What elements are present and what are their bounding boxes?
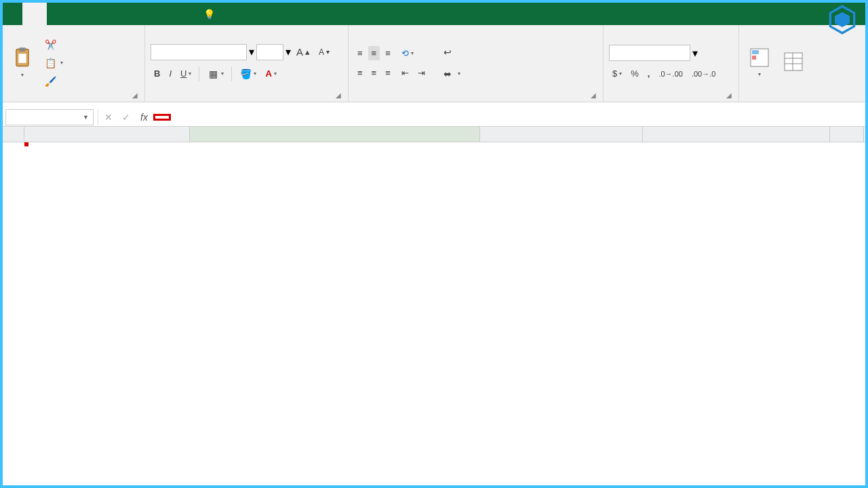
italic-button[interactable]: I	[165, 66, 175, 81]
svg-rect-8	[785, 53, 802, 70]
col-header-b[interactable]	[190, 127, 480, 142]
increase-decimal-button[interactable]: .0→.00	[655, 68, 686, 80]
tab-file[interactable]	[3, 3, 22, 25]
svg-rect-4	[18, 54, 26, 63]
indent-icon: ⇥	[418, 68, 425, 78]
col-header-c[interactable]	[480, 127, 643, 142]
enter-formula-button[interactable]: ✓	[117, 112, 135, 123]
select-all-corner[interactable]	[3, 127, 24, 142]
name-box[interactable]: ▼	[5, 109, 94, 125]
format-table-icon	[783, 52, 804, 72]
cut-button[interactable]: ✂️	[41, 37, 66, 53]
currency-button[interactable]: $▾	[609, 66, 625, 81]
decrease-decimal-button[interactable]: .00→.0	[688, 68, 719, 80]
underline-button[interactable]: U▾	[177, 66, 195, 81]
fx-icon[interactable]: fx	[135, 112, 153, 123]
formula-input[interactable]	[153, 114, 171, 121]
chevron-down-icon[interactable]: ▾	[285, 45, 291, 58]
align-middle-icon: ≡	[372, 48, 377, 58]
chevron-down-icon[interactable]: ▾	[249, 45, 254, 58]
font-launcher-icon[interactable]: ◢	[336, 92, 341, 99]
tab-page-layout[interactable]	[71, 3, 96, 25]
borders-button[interactable]: ▦▾	[203, 66, 227, 82]
merge-icon: ⬌	[441, 68, 454, 80]
cond-format-icon	[749, 47, 770, 68]
increase-indent-button[interactable]: ⇥	[414, 66, 429, 80]
paintbrush-icon: 🖌️	[44, 75, 56, 87]
brand-logo	[827, 5, 861, 35]
bold-button[interactable]: B	[151, 66, 163, 81]
align-bottom-button[interactable]: ≡	[382, 46, 394, 60]
svg-rect-6	[752, 50, 759, 54]
align-right-button[interactable]: ≡	[382, 66, 394, 80]
svg-rect-7	[752, 56, 756, 60]
align-top-icon: ≡	[357, 48, 363, 58]
align-center-icon: ≡	[372, 68, 377, 78]
clipboard-launcher-icon[interactable]: ◢	[132, 92, 138, 99]
svg-rect-3	[19, 47, 25, 52]
align-left-button[interactable]: ≡	[354, 66, 366, 80]
wrap-text-button[interactable]: ↩	[438, 44, 464, 60]
align-top-button[interactable]: ≡	[354, 46, 366, 60]
alignment-launcher-icon[interactable]: ◢	[591, 92, 596, 99]
ribbon: ▾ ✂️ 📋▾ 🖌️ ◢ ▾ ▾ A▴	[3, 25, 865, 102]
x-icon: ✕	[104, 112, 113, 123]
fill-color-button[interactable]: 🪣▾	[236, 66, 260, 82]
cancel-formula-button[interactable]: ✕	[100, 112, 117, 123]
borders-icon: ▦	[207, 68, 219, 80]
align-center-button[interactable]: ≡	[368, 66, 380, 80]
tab-formulas[interactable]	[96, 3, 120, 25]
align-bottom-icon: ≡	[385, 48, 391, 58]
svg-marker-1	[835, 12, 850, 27]
col-header-e[interactable]	[830, 127, 864, 142]
spreadsheet-grid[interactable]	[3, 127, 865, 485]
font-color-a-icon: A	[265, 68, 271, 79]
paint-bucket-icon: 🪣	[239, 68, 252, 80]
copy-button[interactable]: 📋▾	[41, 55, 66, 71]
number-format-select[interactable]	[609, 45, 690, 61]
comma-style-button[interactable]: ,	[644, 66, 654, 81]
font-name-select[interactable]	[151, 44, 247, 60]
selection-outline	[24, 142, 28, 146]
percent-button[interactable]: %	[627, 66, 642, 81]
decrease-font-button[interactable]: A▾	[315, 45, 333, 59]
align-middle-button[interactable]: ≡	[368, 46, 380, 60]
formula-bar: ▼ ✕ ✓ fx	[3, 108, 865, 127]
outdent-icon: ⇤	[401, 68, 409, 78]
scissors-icon: ✂️	[44, 39, 56, 51]
wrap-text-icon: ↩	[441, 46, 454, 58]
tab-view[interactable]	[169, 3, 193, 25]
font-size-select[interactable]	[256, 44, 283, 60]
decrease-indent-button[interactable]: ⇤	[398, 66, 412, 80]
number-launcher-icon[interactable]: ◢	[726, 92, 732, 99]
conditional-formatting-button[interactable]: ▾	[745, 44, 774, 81]
check-icon: ✓	[122, 112, 130, 123]
format-table-button[interactable]	[778, 48, 808, 77]
font-color-button[interactable]: A▾	[262, 66, 279, 81]
chevron-down-icon[interactable]: ▾	[692, 47, 698, 60]
tell-me-search[interactable]: 💡	[203, 3, 219, 25]
format-painter-button[interactable]: 🖌️	[41, 73, 66, 89]
copy-icon: 📋	[44, 57, 56, 69]
col-header-a[interactable]	[24, 127, 190, 142]
align-left-icon: ≡	[357, 68, 363, 78]
paste-button[interactable]: ▾	[8, 43, 37, 82]
tab-data[interactable]	[120, 3, 144, 25]
tab-review[interactable]	[144, 3, 169, 25]
ribbon-tabs: 💡	[3, 3, 865, 25]
chevron-down-icon[interactable]: ▼	[83, 114, 89, 121]
clipboard-icon	[13, 47, 32, 68]
tab-home[interactable]	[22, 3, 47, 25]
tab-insert[interactable]	[47, 3, 71, 25]
increase-font-button[interactable]: A▴	[293, 44, 313, 60]
merge-center-button[interactable]: ⬌▾	[438, 66, 464, 82]
col-header-d[interactable]	[643, 127, 830, 142]
lightbulb-icon: 💡	[203, 9, 215, 20]
orientation-icon: ⟲	[401, 48, 409, 58]
logo-hex-icon	[827, 5, 857, 35]
orientation-button[interactable]: ⟲▾	[398, 46, 429, 60]
align-right-icon: ≡	[385, 68, 391, 78]
